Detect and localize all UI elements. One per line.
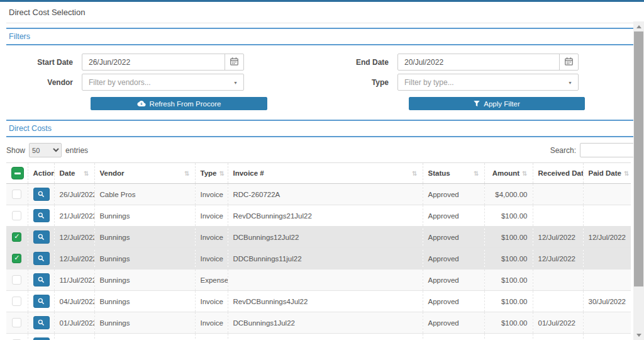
table-controls: Show 50 entries Search:: [6, 143, 638, 157]
cell-date: 11/Jul/2022: [54, 269, 94, 291]
header-received-date[interactable]: Received Date⇅: [533, 163, 583, 184]
cell-received-date: 01/Jul/2022: [533, 312, 583, 334]
header-paid-date[interactable]: Paid Date⇅: [583, 163, 631, 184]
header-date[interactable]: Date⇅: [54, 163, 94, 184]
cell-status: Approved: [423, 291, 484, 312]
scrollbar-down-button[interactable]: [633, 330, 644, 340]
start-date-calendar-button[interactable]: [225, 54, 243, 70]
cell-paid-date: 31/May/2022: [583, 334, 631, 340]
cell-invoice: RevDCBunnings170522: [228, 334, 423, 340]
view-details-button[interactable]: [33, 230, 50, 244]
cell-type: Invoice: [195, 184, 228, 205]
cell-date: 04/Jul/2022: [54, 291, 94, 312]
row-checkbox[interactable]: [12, 318, 21, 327]
sort-icon: ⇅: [522, 170, 527, 177]
cell-type: Expense: [195, 269, 228, 291]
page-length-select[interactable]: 50: [29, 143, 62, 157]
sort-icon: ⇅: [474, 170, 479, 177]
cell-status: Approved: [423, 312, 484, 334]
type-select-input[interactable]: [398, 74, 578, 90]
cell-amount: $100.00: [484, 312, 533, 334]
cell-date: 26/Jul/2022: [54, 184, 94, 205]
cell-type: Invoice: [195, 227, 228, 248]
cell-amount: $100.00: [484, 334, 533, 340]
cell-received-date: [533, 269, 583, 291]
view-details-button[interactable]: [33, 273, 50, 286]
header-invoice[interactable]: Invoice #⇅: [228, 163, 423, 184]
row-checkbox[interactable]: [12, 275, 21, 285]
chevron-down-icon: ▼: [233, 80, 238, 84]
direct-costs-section-title: Direct Costs: [6, 120, 638, 137]
table-row: 04/Jul/2022 Bunnings Invoice RevDCBunnin…: [6, 291, 631, 312]
cell-amount: $100.00: [484, 248, 533, 269]
cell-received-date: [533, 205, 583, 227]
magnifier-icon: [38, 298, 45, 305]
cell-paid-date: [583, 248, 631, 269]
select-all-checkbox[interactable]: [11, 167, 24, 179]
cell-vendor: Bunnings: [94, 312, 195, 334]
view-details-button[interactable]: [33, 316, 50, 329]
cell-received-date: 12/Jul/2022: [533, 248, 583, 269]
magnifier-icon: [38, 191, 45, 198]
direct-costs-tbody: 26/Jul/2022 Cable Pros Invoice RDC-26072…: [6, 184, 631, 340]
cell-status: Approved: [423, 205, 484, 227]
cell-status: Approved: [423, 334, 484, 340]
header-type[interactable]: Type⇅: [195, 163, 228, 184]
type-select[interactable]: ▼: [397, 74, 579, 91]
cell-amount: $4,000.00: [484, 184, 533, 205]
sort-icon: ⇅: [84, 170, 89, 177]
page-length-control: Show 50 entries: [6, 143, 88, 157]
search-label: Search:: [550, 146, 576, 155]
cell-checkbox: [6, 291, 28, 312]
filters-section-title: Filters: [6, 28, 638, 45]
view-details-button[interactable]: [33, 188, 50, 201]
entries-label: entries: [65, 146, 88, 155]
direct-costs-table: Actions Date⇅ Vendor⇅ Type⇅ Invoice #⇅ S…: [6, 162, 631, 340]
header-select-all-cell: [6, 163, 28, 184]
row-checkbox[interactable]: [12, 254, 21, 263]
refresh-button-label: Refresh From Procore: [150, 100, 221, 108]
search-input[interactable]: [580, 143, 638, 157]
apply-filter-button[interactable]: Apply Filter: [409, 97, 585, 110]
vendor-select-input[interactable]: [82, 74, 243, 90]
header-vendor[interactable]: Vendor⇅: [94, 163, 195, 184]
vendor-select[interactable]: ▼: [82, 74, 244, 91]
cell-actions: [28, 184, 54, 205]
cell-checkbox: [6, 312, 28, 334]
header-status[interactable]: Status⇅: [423, 163, 484, 184]
cell-vendor: Bunnings: [94, 227, 195, 248]
cell-paid-date: 12/Jul/2022: [583, 227, 631, 248]
end-date-calendar-button[interactable]: [559, 54, 578, 70]
cell-actions: [28, 334, 54, 340]
end-date-input[interactable]: [398, 54, 559, 70]
row-checkbox[interactable]: [12, 190, 21, 199]
arrow-down-icon: [636, 334, 641, 337]
filters-right-column: End Date Type ▼: [322, 50, 638, 115]
scrollbar-up-button[interactable]: [633, 21, 644, 31]
cell-status: Approved: [423, 248, 484, 269]
sort-icon: ⇅: [184, 170, 189, 177]
view-details-button[interactable]: [33, 252, 50, 265]
page-title: Direct Cost Selection: [6, 2, 638, 23]
row-checkbox[interactable]: [12, 211, 21, 220]
refresh-from-procore-button[interactable]: Refresh From Procore: [91, 97, 267, 110]
view-details-button[interactable]: [33, 337, 50, 340]
search-control: Search:: [550, 143, 638, 157]
view-details-button[interactable]: [33, 295, 50, 308]
cell-checkbox: [6, 248, 28, 269]
cell-checkbox: [6, 227, 28, 248]
cell-type: Invoice: [195, 248, 228, 269]
funnel-icon: [474, 100, 480, 107]
scrollbar-thumb[interactable]: [634, 31, 643, 286]
row-checkbox[interactable]: [12, 232, 21, 242]
cell-invoice: DCBunnings12Jul22: [228, 227, 423, 248]
view-details-button[interactable]: [33, 209, 50, 222]
row-checkbox[interactable]: [12, 297, 21, 306]
start-date-input[interactable]: [82, 54, 225, 70]
arrow-up-icon: [636, 25, 641, 28]
vertical-scrollbar[interactable]: [633, 21, 644, 340]
cell-paid-date: [583, 269, 631, 291]
cell-actions: [28, 227, 54, 248]
header-amount[interactable]: Amount⇅: [484, 163, 533, 184]
table-row: 12/Jul/2022 Bunnings Invoice DDCBunnings…: [6, 248, 631, 269]
